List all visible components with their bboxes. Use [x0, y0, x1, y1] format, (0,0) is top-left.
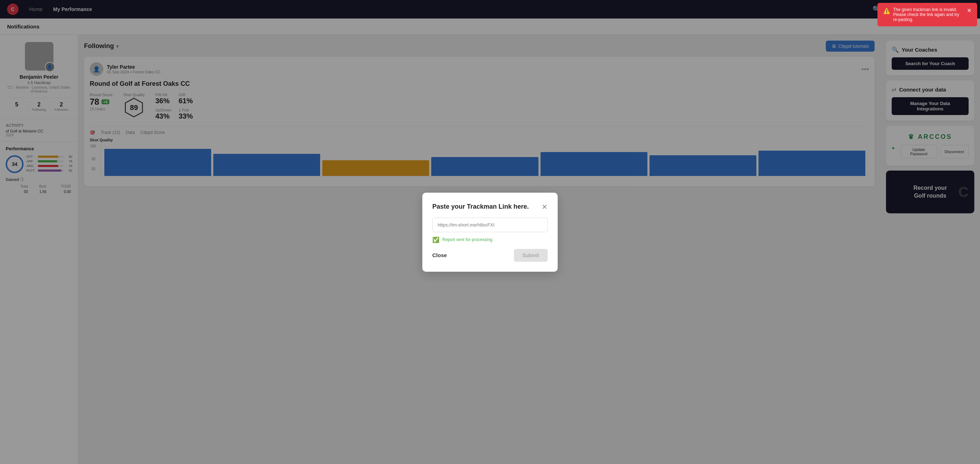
error-banner-text: The given trackman link is invalid. Plea…: [893, 7, 964, 22]
modal-submit-button[interactable]: Submit: [514, 249, 548, 262]
modal-success-message: ✅ Report sent for processing: [432, 237, 548, 243]
modal-close-button[interactable]: Close: [432, 252, 447, 258]
error-banner: ⚠️ The given trackman link is invalid. P…: [877, 3, 977, 26]
modal-title-text: Paste your Trackman Link here.: [432, 203, 529, 210]
trackman-link-input[interactable]: [432, 218, 548, 232]
modal-actions: Close Submit: [432, 249, 548, 262]
trackman-modal: Paste your Trackman Link here. ✕ ✅ Repor…: [422, 193, 558, 272]
success-text: Report sent for processing: [442, 237, 493, 242]
modal-close-icon[interactable]: ✕: [542, 203, 548, 211]
error-banner-close[interactable]: ✕: [967, 7, 972, 14]
modal-overlay[interactable]: Paste your Trackman Link here. ✕ ✅ Repor…: [0, 0, 980, 464]
warning-icon: ⚠️: [883, 8, 890, 14]
modal-title-row: Paste your Trackman Link here. ✕: [432, 203, 548, 211]
success-check-icon: ✅: [432, 237, 439, 243]
